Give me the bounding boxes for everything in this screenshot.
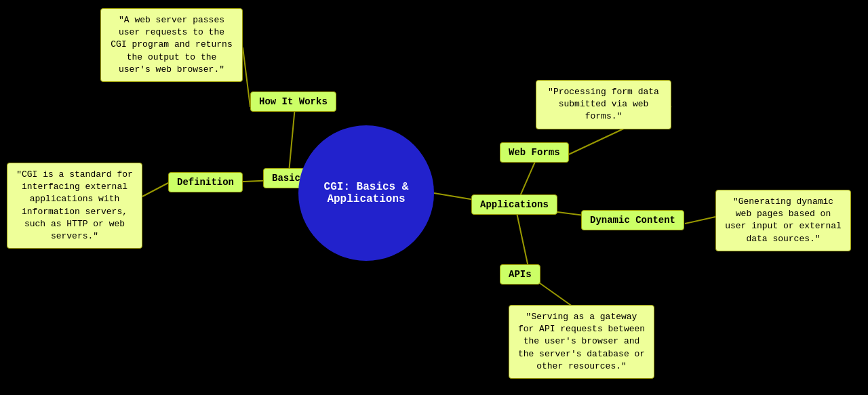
- dynamic-content-text-node: "Generating dynamic web pages based on u…: [715, 190, 851, 251]
- definition-text-content: "CGI is a standard for interfacing exter…: [16, 169, 134, 243]
- apis-text-node: "Serving as a gateway for API requests b…: [509, 305, 654, 379]
- web-forms-node[interactable]: Web Forms: [500, 142, 569, 163]
- web-forms-text-node: "Processing form data submitted via web …: [536, 80, 671, 129]
- definition-node[interactable]: Definition: [168, 172, 243, 192]
- dynamic-content-label: Dynamic Content: [590, 215, 675, 226]
- how-it-works-text-node: "A web server passes user requests to th…: [100, 8, 243, 82]
- dynamic-content-node[interactable]: Dynamic Content: [581, 210, 684, 230]
- svg-line-2: [243, 47, 250, 107]
- apis-text-content: "Serving as a gateway for API requests b…: [517, 311, 646, 373]
- applications-node[interactable]: Applications: [471, 194, 557, 215]
- web-forms-label: Web Forms: [509, 147, 560, 158]
- web-forms-text-content: "Processing form data submitted via web …: [545, 86, 663, 123]
- apis-node[interactable]: APIs: [500, 264, 540, 285]
- apis-label: APIs: [509, 269, 532, 280]
- svg-line-9: [685, 217, 715, 224]
- how-it-works-text-content: "A web server passes user requests to th…: [109, 14, 234, 76]
- center-label: CGI: Basics & Applications: [298, 181, 434, 205]
- svg-line-4: [142, 183, 168, 196]
- definition-text-node: "CGI is a standard for interfacing exter…: [7, 163, 142, 249]
- dynamic-content-text-content: "Generating dynamic web pages based on u…: [724, 196, 842, 245]
- definition-label: Definition: [177, 177, 234, 188]
- how-it-works-label: How It Works: [259, 96, 328, 107]
- center-node: CGI: Basics & Applications: [298, 125, 434, 261]
- applications-label: Applications: [480, 199, 549, 210]
- how-it-works-node[interactable]: How It Works: [250, 91, 336, 112]
